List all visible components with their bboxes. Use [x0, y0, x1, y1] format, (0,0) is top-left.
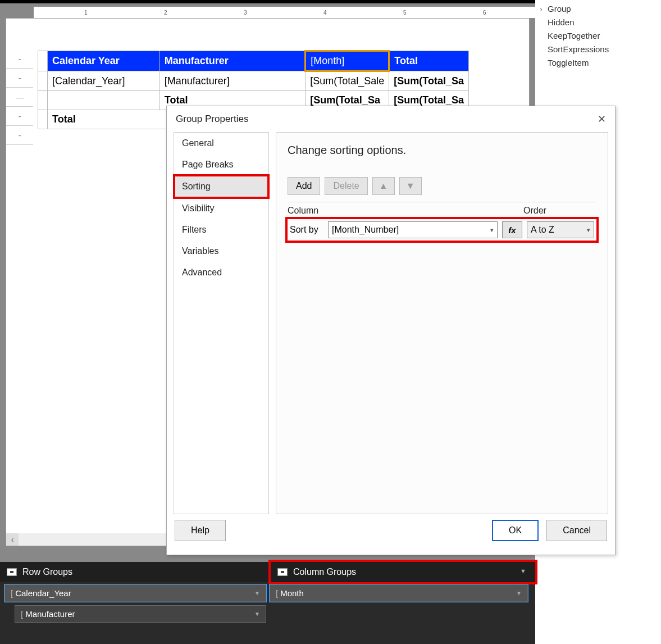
- help-button[interactable]: Help: [175, 520, 226, 541]
- row-handle-cell[interactable]: [38, 110, 48, 129]
- table-icon: [7, 568, 17, 576]
- group-properties-dialog: Group Properties ✕ General Page Breaks S…: [166, 106, 616, 555]
- prop-label: KeepTogether: [548, 31, 600, 40]
- tablix-corner[interactable]: [38, 51, 48, 71]
- sort-by-combobox[interactable]: [Month_Number] ▾: [328, 221, 498, 238]
- prop-row[interactable]: KeepTogether: [540, 29, 657, 43]
- group-label: Month: [280, 588, 304, 598]
- row-groups-header[interactable]: Row Groups: [0, 562, 271, 582]
- properties-panel: ›Group Hidden KeepTogether SortExpressio…: [535, 0, 661, 101]
- order-combobox[interactable]: A to Z ▾: [527, 221, 594, 238]
- prop-row[interactable]: Hidden: [540, 16, 657, 29]
- bracket-icon: [: [11, 588, 13, 598]
- close-icon[interactable]: ✕: [598, 113, 606, 125]
- nav-filters[interactable]: Filters: [174, 219, 268, 241]
- chevron-right-icon: ›: [540, 2, 548, 16]
- nav-advanced[interactable]: Advanced: [174, 262, 268, 283]
- move-up-button[interactable]: ▲: [372, 177, 395, 195]
- dialog-title: Group Properties: [176, 114, 248, 125]
- prop-label: SortExpressions: [548, 44, 609, 54]
- header-calendar-year[interactable]: Calendar Year: [48, 51, 160, 71]
- horizontal-ruler: 1 2 3 4 5 6: [34, 7, 535, 18]
- sort-by-label: Sort by: [290, 225, 323, 235]
- dialog-titlebar: Group Properties ✕: [167, 106, 615, 132]
- header-manufacturer[interactable]: Manufacturer: [159, 51, 305, 71]
- row-handle[interactable]: —: [6, 88, 33, 107]
- prop-row[interactable]: ToggleItem: [540, 56, 657, 70]
- chevron-down-icon[interactable]: ▼: [254, 590, 260, 596]
- sort-grid: Column Order Sort by [Month_Number] ▾ fx…: [288, 202, 596, 241]
- prop-label: Group: [548, 4, 571, 13]
- fx-icon: fx: [508, 225, 516, 235]
- cell-manufacturer[interactable]: [Manufacturer]: [159, 71, 305, 91]
- header-total[interactable]: Total: [389, 51, 469, 71]
- add-button[interactable]: Add: [288, 177, 320, 195]
- sort-row: Sort by [Month_Number] ▾ fx A to Z ▾: [290, 221, 594, 238]
- cell-empty[interactable]: [48, 91, 160, 110]
- cell-sum-sales[interactable]: [Sum(Total_Sale: [306, 71, 389, 91]
- row-group-calendar-year[interactable]: [Calendar_Year ▼: [4, 584, 266, 602]
- chevron-down-icon[interactable]: ▼: [516, 590, 522, 596]
- scroll-left-icon[interactable]: ‹: [6, 533, 19, 546]
- dialog-footer: Help OK Cancel: [167, 514, 615, 547]
- sort-row-highlight: Sort by [Month_Number] ▾ fx A to Z ▾: [288, 219, 596, 241]
- row-group-manufacturer[interactable]: [Manufacturer ▼: [15, 605, 266, 623]
- dialog-content: Change sorting options. Add Delete ▲ ▼ C…: [276, 132, 608, 514]
- table-icon: [277, 568, 288, 576]
- sort-toolbar: Add Delete ▲ ▼: [288, 177, 596, 195]
- dialog-nav: General Page Breaks Sorting Visibility F…: [174, 132, 269, 514]
- column-header: Column: [288, 206, 523, 216]
- chevron-down-icon: ▾: [490, 226, 494, 234]
- nav-page-breaks[interactable]: Page Breaks: [174, 154, 268, 175]
- prop-row[interactable]: ›Group: [540, 2, 657, 16]
- header-month-selected[interactable]: [Month]: [306, 51, 389, 71]
- order-value: A to Z: [531, 225, 554, 235]
- nav-visibility[interactable]: Visibility: [174, 198, 268, 219]
- cell-calendar-year[interactable]: [Calendar_Year]: [48, 71, 160, 91]
- prop-row[interactable]: SortExpressions: [540, 43, 657, 56]
- column-groups-label: Column Groups: [293, 567, 356, 577]
- row-groups-label: Row Groups: [22, 567, 72, 577]
- row-handle[interactable]: -: [6, 69, 33, 88]
- arrow-up-icon: ▲: [379, 181, 388, 191]
- groups-panel: Row Groups Column Groups [Calendar_Year …: [0, 562, 535, 644]
- group-label: Calendar_Year: [15, 588, 71, 598]
- cell-row-total[interactable]: [Sum(Total_Sa: [389, 71, 469, 91]
- row-handles: - - — - -: [6, 49, 33, 145]
- dialog-description: Change sorting options.: [288, 144, 596, 157]
- row-handle[interactable]: -: [6, 49, 33, 69]
- row-handle-cell[interactable]: [38, 91, 48, 110]
- bracket-icon: [: [276, 588, 278, 598]
- ok-button[interactable]: OK: [492, 520, 539, 541]
- delete-button[interactable]: Delete: [325, 177, 367, 195]
- group-label: Manufacturer: [25, 609, 75, 619]
- arrow-down-icon: ▼: [406, 181, 415, 191]
- prop-label: Hidden: [548, 17, 575, 27]
- nav-variables[interactable]: Variables: [174, 241, 268, 262]
- cancel-button[interactable]: Cancel: [546, 520, 607, 541]
- nav-general[interactable]: General: [174, 133, 268, 154]
- chevron-down-icon[interactable]: ▼: [254, 611, 260, 617]
- row-handle[interactable]: -: [6, 107, 33, 126]
- nav-sorting[interactable]: Sorting: [174, 175, 268, 198]
- column-group-month[interactable]: [Month ▼: [270, 584, 528, 602]
- row-handle[interactable]: -: [6, 126, 33, 145]
- prop-label: ToggleItem: [548, 58, 589, 67]
- bracket-icon: [: [21, 609, 23, 619]
- expression-button[interactable]: fx: [502, 221, 522, 238]
- order-header: Order: [523, 206, 596, 216]
- chevron-down-icon: ▾: [587, 226, 590, 234]
- column-groups-header[interactable]: Column Groups: [271, 562, 535, 582]
- sort-by-value: [Month_Number]: [332, 225, 399, 235]
- move-down-button[interactable]: ▼: [399, 177, 422, 195]
- row-handle-cell[interactable]: [38, 71, 48, 91]
